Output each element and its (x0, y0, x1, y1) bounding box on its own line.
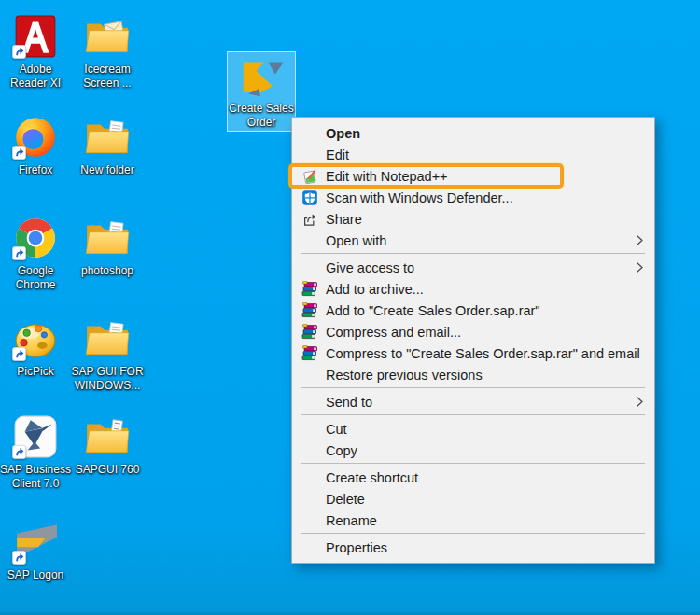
menu-item-open[interactable]: Open (292, 122, 654, 144)
menu-item-icon (300, 420, 319, 438)
menu-item-share[interactable]: Share (292, 208, 654, 230)
menu-item-icon (300, 441, 319, 459)
desktop-icon-sapgui-760[interactable]: SAPGUI 760 (65, 413, 149, 477)
menu-item-label: Share (326, 212, 362, 227)
menu-item-add-to-archive[interactable]: Add to archive... (292, 278, 654, 300)
winrar-icon (300, 344, 319, 362)
share-icon (300, 210, 319, 228)
desktop-icon-label: New folder (65, 163, 149, 177)
menu-separator (301, 463, 645, 464)
menu-item-edit[interactable]: Edit (292, 144, 654, 165)
menu-item-label: Restore previous versions (326, 368, 483, 383)
menu-item-edit-with-notepad[interactable]: Edit with Notepad++ (292, 165, 654, 187)
winrar-icon (300, 301, 319, 319)
menu-item-label: Give access to (326, 260, 414, 275)
menu-separator (301, 387, 645, 388)
menu-separator (301, 533, 645, 534)
desktop-icon-label: SAPGUI 760 (65, 463, 149, 477)
notepadpp-icon (300, 167, 319, 185)
menu-item-create-shortcut[interactable]: Create shortcut (292, 467, 654, 488)
shortcut-arrow-icon (12, 246, 26, 260)
menu-item-open-with[interactable]: Open with (292, 230, 654, 251)
menu-item-properties[interactable]: Properties (292, 537, 654, 558)
menu-item-label: Open with (326, 233, 386, 248)
folder-envelope-icon (84, 13, 131, 60)
menu-item-scan-with-windows-defender[interactable]: Scan with Windows Defender... (292, 187, 654, 208)
desktop-icon-icecream-screen[interactable]: IcecreamScreen ... (65, 13, 149, 91)
defender-icon (300, 189, 319, 206)
menu-item-label: Edit (326, 147, 349, 162)
menu-item-label: Compress and email... (326, 325, 461, 340)
menu-item-icon (300, 490, 319, 508)
menu-item-give-access-to[interactable]: Give access to (292, 257, 654, 278)
menu-item-icon (300, 146, 319, 163)
desktop-icon-photoshop[interactable]: photoshop (65, 215, 149, 278)
menu-item-compress-and-email[interactable]: Compress and email... (292, 321, 654, 342)
menu-item-icon (300, 511, 319, 529)
menu-item-label: Cut (326, 422, 347, 437)
menu-item-delete[interactable]: Delete (292, 488, 654, 510)
desktop-icon-label: SAP Logon (0, 568, 77, 582)
menu-item-restore-previous-versions[interactable]: Restore previous versions (292, 364, 654, 385)
menu-item-label: Send to (326, 395, 372, 410)
submenu-chevron-icon (636, 234, 644, 246)
menu-item-icon (300, 393, 319, 411)
menu-item-icon (300, 468, 319, 486)
menu-item-label: Add to archive... (326, 282, 424, 297)
menu-item-icon (300, 538, 319, 556)
menu-item-label: Edit with Notepad++ (326, 169, 448, 184)
menu-item-label: Copy (326, 443, 357, 458)
desktop-icon-label: IcecreamScreen ... (65, 63, 149, 91)
shortcut-arrow-icon (12, 445, 26, 459)
winrar-icon (300, 280, 319, 298)
menu-item-compress-to-create-sales-order-sap-rar-and-email[interactable]: Compress to "Create Sales Order.sap.rar"… (292, 342, 654, 364)
menu-item-icon (300, 366, 319, 384)
menu-item-icon (300, 259, 319, 276)
desktop-icon-label: SAP GUI FORWINDOWS... (65, 365, 149, 393)
menu-item-label: Open (326, 126, 360, 141)
desktop-icon-sap-logon[interactable]: SAP Logon (0, 519, 77, 582)
menu-item-label: Scan with Windows Defender... (326, 190, 513, 205)
menu-separator (301, 253, 645, 254)
menu-item-add-to-create-sales-order-sap-rar[interactable]: Add to "Create Sales Order.sap.rar" (292, 300, 654, 321)
menu-item-label: Create shortcut (326, 470, 418, 485)
desktop-icon-sap-gui-for-windows[interactable]: SAP GUI FORWINDOWS... (65, 315, 149, 393)
menu-item-icon (300, 124, 319, 142)
desktop-icon-create-sales-order[interactable]: Create Sales Order (227, 51, 296, 132)
menu-separator (301, 414, 645, 415)
menu-item-label: Rename (326, 513, 377, 528)
menu-item-label: Add to "Create Sales Order.sap.rar" (326, 303, 540, 318)
folder-icon (84, 114, 131, 161)
desktop-icon-label: Create Sales Order (228, 102, 295, 130)
desktop-icon-label: photoshop (65, 264, 149, 278)
screen-bottom-edge (0, 611, 700, 615)
submenu-chevron-icon (636, 261, 644, 273)
shortcut-arrow-icon (12, 146, 26, 160)
folder-book-icon (84, 413, 131, 460)
menu-item-icon (300, 231, 319, 249)
shortcut-arrow-icon (12, 347, 26, 361)
menu-item-rename[interactable]: Rename (292, 510, 654, 531)
menu-item-label: Delete (326, 492, 365, 507)
menu-item-copy[interactable]: Copy (292, 440, 654, 461)
submenu-chevron-icon (636, 396, 644, 408)
folder-icon (84, 215, 131, 261)
sales-order-icon (235, 57, 287, 100)
menu-item-send-to[interactable]: Send to (292, 391, 654, 412)
shortcut-arrow-icon (12, 45, 26, 59)
winrar-icon (300, 323, 319, 341)
context-menu: Open Edit Edit with Notepad++ Scan with … (291, 117, 655, 564)
desktop-icon-new-folder[interactable]: New folder (65, 114, 149, 177)
menu-item-label: Properties (326, 540, 387, 555)
menu-item-cut[interactable]: Cut (292, 418, 654, 440)
menu-item-label: Compress to "Create Sales Order.sap.rar"… (326, 346, 640, 361)
folder-icon (84, 315, 131, 362)
shortcut-arrow-icon (12, 551, 26, 565)
